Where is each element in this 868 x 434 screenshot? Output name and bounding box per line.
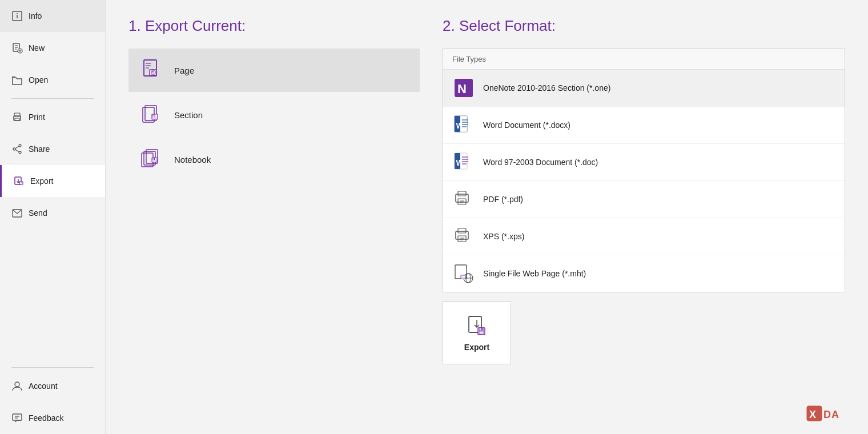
svg-line-17 bbox=[15, 146, 19, 148]
format-word-docx-label: Word Document (*.docx) bbox=[483, 120, 570, 130]
select-format-section: 2. Select Format: File Types N OneNote 2… bbox=[443, 17, 845, 417]
file-types-box: File Types N OneNote 2010-2016 Section (… bbox=[443, 49, 845, 292]
info-icon bbox=[11, 10, 23, 22]
sidebar-item-print[interactable]: Print bbox=[0, 101, 105, 133]
export-option-notebook[interactable]: Notebook bbox=[128, 138, 420, 181]
share-icon bbox=[11, 143, 23, 155]
sidebar-item-share-label: Share bbox=[29, 144, 50, 154]
export-button-label: Export bbox=[464, 343, 489, 352]
sidebar-item-open-label: Open bbox=[29, 75, 48, 85]
svg-point-14 bbox=[19, 151, 21, 154]
export-current-section: 1. Export Current: Page bbox=[128, 17, 443, 417]
svg-point-23 bbox=[15, 382, 19, 387]
section-export-icon bbox=[140, 102, 165, 127]
word-doc-icon: W bbox=[452, 151, 475, 174]
mht-icon bbox=[452, 262, 475, 285]
sidebar-bottom: Account Feedback bbox=[0, 365, 105, 434]
onenote-icon: N bbox=[452, 77, 475, 99]
export-option-notebook-label: Notebook bbox=[174, 155, 211, 164]
format-pdf[interactable]: PDF (*.pdf) bbox=[443, 181, 845, 218]
svg-rect-72 bbox=[458, 228, 466, 233]
format-mht-label: Single File Web Page (*.mht) bbox=[483, 269, 586, 278]
print-icon bbox=[11, 111, 23, 123]
export-option-section-label: Section bbox=[174, 110, 203, 120]
svg-rect-87 bbox=[479, 331, 484, 334]
sidebar-item-new[interactable]: New bbox=[0, 32, 105, 64]
sidebar-item-new-label: New bbox=[29, 43, 45, 53]
export-current-heading: 1. Export Current: bbox=[128, 17, 420, 35]
svg-rect-48 bbox=[152, 160, 156, 162]
format-mht[interactable]: Single File Web Page (*.mht) bbox=[443, 255, 845, 292]
sidebar-item-send-label: Send bbox=[29, 208, 47, 218]
format-pdf-label: PDF (*.pdf) bbox=[483, 195, 523, 204]
sidebar-divider-bottom bbox=[11, 367, 94, 368]
svg-text:N: N bbox=[457, 82, 467, 96]
new-icon bbox=[11, 42, 23, 54]
sidebar-item-feedback[interactable]: Feedback bbox=[0, 402, 105, 434]
xps-icon bbox=[452, 225, 475, 248]
sidebar-divider-top bbox=[11, 98, 94, 99]
svg-rect-35 bbox=[152, 73, 155, 74]
sidebar-item-print-label: Print bbox=[29, 112, 45, 122]
svg-rect-24 bbox=[13, 414, 22, 420]
account-icon bbox=[11, 380, 23, 392]
svg-text:X: X bbox=[809, 409, 817, 420]
sidebar-item-export[interactable]: Export bbox=[0, 165, 105, 197]
svg-point-13 bbox=[19, 144, 21, 147]
sidebar-item-info-label: Info bbox=[29, 11, 42, 21]
svg-rect-86 bbox=[481, 328, 483, 330]
svg-rect-68 bbox=[458, 199, 466, 204]
xda-watermark: X DA bbox=[806, 405, 858, 424]
format-word-doc-label: Word 97-2003 Document (*.doc) bbox=[483, 158, 598, 167]
format-word-docx[interactable]: W Word Document (*.docx) bbox=[443, 107, 845, 144]
pdf-icon bbox=[452, 188, 475, 211]
sidebar-item-export-label: Export bbox=[30, 176, 53, 186]
sidebar-item-share[interactable]: Share bbox=[0, 133, 105, 165]
format-xps[interactable]: XPS (*.xps) bbox=[443, 218, 845, 255]
file-types-header: File Types bbox=[443, 49, 845, 70]
sidebar-item-account-label: Account bbox=[29, 381, 58, 391]
sidebar-item-open[interactable]: Open bbox=[0, 64, 105, 96]
sidebar-item-send[interactable]: Send bbox=[0, 197, 105, 229]
export-icon bbox=[13, 175, 25, 187]
svg-rect-81 bbox=[461, 277, 465, 279]
send-icon bbox=[11, 207, 23, 219]
svg-point-2 bbox=[17, 13, 18, 14]
sidebar-item-account[interactable]: Account bbox=[0, 370, 105, 402]
svg-rect-73 bbox=[458, 236, 466, 242]
svg-text:DA: DA bbox=[823, 409, 839, 420]
export-button[interactable]: Export bbox=[443, 302, 511, 364]
format-onenote-label: OneNote 2010-2016 Section (*.one) bbox=[483, 83, 610, 93]
notebook-export-icon bbox=[140, 147, 165, 172]
select-format-heading: 2. Select Format: bbox=[443, 17, 845, 35]
export-option-section[interactable]: Section bbox=[128, 93, 420, 136]
sidebar: Info New Open bbox=[0, 0, 106, 434]
svg-rect-41 bbox=[152, 116, 157, 119]
feedback-icon bbox=[11, 412, 23, 424]
sidebar-item-info[interactable]: Info bbox=[0, 0, 105, 32]
open-icon bbox=[11, 74, 23, 86]
word-docx-icon: W bbox=[452, 114, 475, 136]
export-button-icon bbox=[464, 314, 489, 339]
export-option-page[interactable]: Page bbox=[128, 49, 420, 92]
format-onenote[interactable]: N OneNote 2010-2016 Section (*.one) bbox=[443, 70, 845, 107]
svg-line-16 bbox=[15, 150, 19, 152]
format-xps-label: XPS (*.xps) bbox=[483, 232, 524, 241]
main-content: 1. Export Current: Page bbox=[106, 0, 868, 434]
export-option-page-label: Page bbox=[174, 66, 194, 75]
format-word-doc[interactable]: W Word 97-2003 Document (*.doc) bbox=[443, 144, 845, 181]
page-export-icon bbox=[140, 58, 165, 83]
svg-point-15 bbox=[13, 148, 15, 150]
sidebar-item-feedback-label: Feedback bbox=[29, 413, 63, 423]
svg-rect-67 bbox=[458, 191, 466, 196]
